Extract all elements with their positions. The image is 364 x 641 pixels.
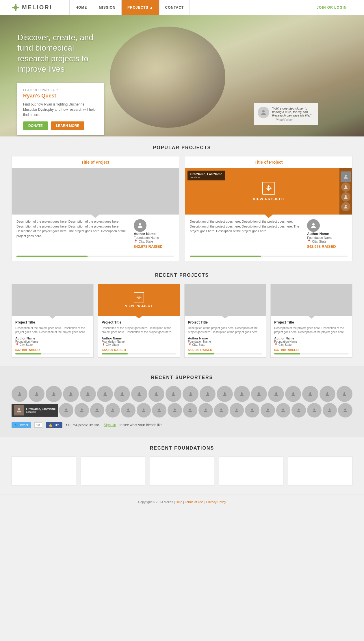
side-avatar-2a <box>341 182 350 192</box>
supporter-9[interactable] <box>148 386 164 402</box>
supporters-row-1 <box>12 386 352 402</box>
supporter-19[interactable] <box>320 386 335 402</box>
recent-card-body-4: Project Title Description of the project… <box>271 316 352 357</box>
supporter-r2-11[interactable] <box>214 403 229 418</box>
supporter-10[interactable] <box>166 386 181 402</box>
svg-point-47 <box>282 409 284 410</box>
signup-link[interactable]: Sign Up <box>104 423 116 427</box>
supporter-r2-4[interactable] <box>105 403 120 418</box>
supporter-r2-8[interactable] <box>168 403 182 418</box>
recent-raised-1: $32,199 RAISED <box>15 348 90 352</box>
footer-copyright: Copyright © 2013 Meliori | <box>138 500 175 504</box>
supporter-2[interactable] <box>29 386 44 402</box>
supporter-r2-17[interactable] <box>307 403 322 418</box>
supporter-16[interactable] <box>268 386 284 402</box>
supporter-6[interactable] <box>97 386 113 402</box>
supporter-11[interactable] <box>183 386 198 402</box>
supporter-r2-3[interactable] <box>90 403 105 418</box>
foundation-card-1[interactable] <box>12 457 76 485</box>
quote-text: "We're one step closer to finding a cure… <box>272 107 314 117</box>
supporter-r2-16[interactable] <box>291 403 306 418</box>
project-overlay-2: FirstName, LastName Location <box>187 171 225 180</box>
quote-attribution: — Proud Father <box>272 118 314 121</box>
supporter-7[interactable] <box>114 386 130 402</box>
recent-project-image-2[interactable]: VIEW PROJECT <box>98 284 180 316</box>
view-project-btn-2[interactable]: VIEW PROJECT <box>253 168 285 215</box>
supporter-18[interactable] <box>302 386 318 402</box>
supporter-r2-12[interactable] <box>230 403 244 418</box>
supporter-15[interactable] <box>251 386 267 402</box>
svg-point-19 <box>138 392 140 394</box>
supporter-r2-1[interactable] <box>59 403 73 418</box>
learn-more-button[interactable]: LEARN MORE <box>51 121 85 130</box>
side-avatars-2 <box>339 168 352 215</box>
supporter-r2-10[interactable] <box>198 403 213 418</box>
footer-privacy-link[interactable]: Privacy Policy <box>206 500 226 504</box>
supporter-r2-5[interactable] <box>121 403 135 418</box>
overlay-name-2: FirstName, LastName <box>190 172 222 176</box>
tweet-button[interactable]: 🐦 Tweet <box>12 422 31 428</box>
hero-featured-card: FEATURED PROJECT: Ryan's Quest Find out … <box>17 83 104 135</box>
supporter-r2-19[interactable] <box>338 403 352 418</box>
popular-project-triangle-1 <box>91 215 99 218</box>
foundation-card-2[interactable] <box>81 457 145 485</box>
featured-supporter-name: FirstName, LastName <box>26 407 55 411</box>
supporter-12[interactable] <box>200 386 216 402</box>
recent-raised-2: $32,199 RAISED <box>102 348 176 352</box>
fb-like-button[interactable]: 👍 Like <box>46 422 62 428</box>
nav-projects[interactable]: PROJECTS ▲ <box>122 0 159 15</box>
foundations-grid <box>12 457 352 485</box>
donate-button[interactable]: DONATE <box>23 121 48 130</box>
side-avatar-2c <box>341 202 350 211</box>
supporter-r2-13[interactable] <box>245 403 259 418</box>
recent-foundation-1: Foundation Name <box>15 340 90 343</box>
popular-project-image-2[interactable]: FirstName, LastName Location VIEW PROJEC… <box>185 168 352 215</box>
featured-desc: Find out how Ryan is fighting Duchenne M… <box>23 102 98 117</box>
side-avatar-2b <box>341 192 350 202</box>
supporter-17[interactable] <box>285 386 301 402</box>
recent-triangle-1 <box>49 316 56 319</box>
popular-foundation-1: Foundation Name <box>134 236 174 239</box>
supporter-r2-15[interactable] <box>276 403 291 418</box>
featured-supporter-avatar <box>14 405 24 415</box>
supporter-1[interactable] <box>12 386 27 402</box>
supporter-13[interactable] <box>217 386 233 402</box>
supporter-5[interactable] <box>80 386 96 402</box>
nav-login[interactable]: JOIN OR LOGIN <box>311 5 352 10</box>
popular-foundation-2: Foundation Name <box>307 236 348 239</box>
svg-point-45 <box>251 409 253 410</box>
svg-point-26 <box>258 392 260 394</box>
featured-label: FEATURED PROJECT: <box>23 88 98 92</box>
main-nav: HOME MISSION PROJECTS ▲ CONTACT <box>69 0 190 15</box>
site-footer: Copyright © 2013 Meliori | Help | Terms … <box>0 494 364 509</box>
recent-view-project-btn-2[interactable]: VIEW PROJECT <box>125 284 153 316</box>
supporter-8[interactable] <box>131 386 147 402</box>
supporter-r2-14[interactable] <box>261 403 275 418</box>
supporter-r2-2[interactable] <box>75 403 89 418</box>
svg-point-4 <box>139 223 141 226</box>
recent-progress-2 <box>102 353 176 354</box>
foundation-card-4[interactable] <box>219 457 283 485</box>
supporter-20[interactable] <box>337 386 352 402</box>
svg-point-33 <box>65 409 67 410</box>
supporter-r2-9[interactable] <box>183 403 198 418</box>
nav-home[interactable]: HOME <box>69 0 93 15</box>
supporter-4[interactable] <box>63 386 79 402</box>
foundation-card-5[interactable] <box>288 457 352 485</box>
logo-icon <box>12 3 20 12</box>
footer-terms-link[interactable]: Terms of Use <box>185 500 204 504</box>
nav-mission[interactable]: MISSION <box>93 0 122 15</box>
popular-progress-fill-1 <box>16 256 88 257</box>
supporter-r2-7[interactable] <box>152 403 166 418</box>
supporter-r2-18[interactable] <box>323 403 337 418</box>
featured-supporter[interactable]: FirstName, LastName Location <box>12 404 58 417</box>
svg-point-17 <box>104 392 106 394</box>
supporter-3[interactable] <box>46 386 62 402</box>
svg-point-12 <box>19 392 21 394</box>
foundation-card-3[interactable] <box>150 457 214 485</box>
logo[interactable]: MELIORI <box>12 3 52 12</box>
supporter-14[interactable] <box>234 386 250 402</box>
nav-contact[interactable]: CONTACT <box>159 0 190 15</box>
supporter-r2-6[interactable] <box>137 403 151 418</box>
footer-help-link[interactable]: Help <box>176 500 182 504</box>
